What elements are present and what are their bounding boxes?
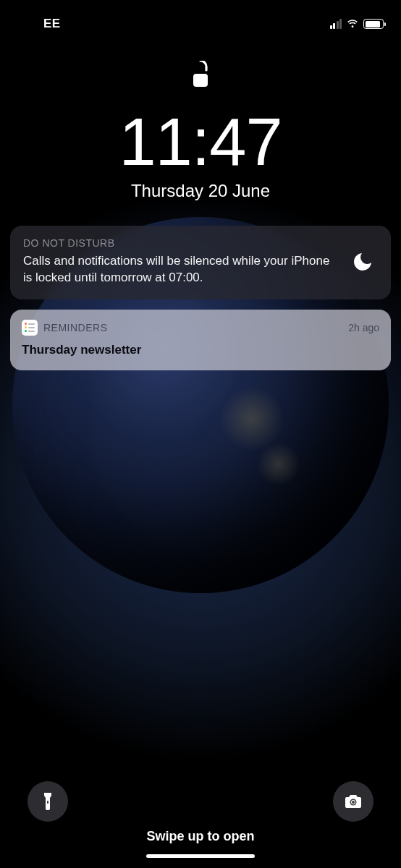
carrier-label: EE [43,17,61,31]
status-bar: EE [0,0,401,35]
flashlight-button[interactable] [28,781,68,822]
status-icons [330,19,384,29]
clock-time: 11:47 [0,109,401,175]
notification-reminders[interactable]: REMINDERS 2h ago Thursday newsletter [10,310,391,370]
svg-point-4 [352,801,355,804]
camera-icon [344,793,363,809]
notification-title: Thursday newsletter [22,343,379,357]
notification-app-name: REMINDERS [43,322,108,333]
do-not-disturb-card[interactable]: DO NOT DISTURB Calls and notifications w… [10,226,391,299]
dnd-body: Calls and notifications will be silenced… [23,253,336,286]
svg-rect-0 [193,74,208,87]
notification-time: 2h ago [348,322,379,333]
lock-icon [190,61,211,94]
home-indicator[interactable] [146,854,255,858]
reminders-app-icon [22,320,38,336]
clock-date: Thursday 20 June [0,181,401,201]
battery-icon [363,19,384,29]
camera-button[interactable] [333,781,373,822]
flashlight-icon [41,791,55,812]
svg-rect-1 [47,801,48,804]
dnd-header: DO NOT DISTURB [23,237,336,249]
cellular-signal-icon [330,20,342,29]
swipe-up-label[interactable]: Swipe up to open [28,829,373,844]
moon-icon [347,250,378,273]
wifi-icon [346,19,359,29]
